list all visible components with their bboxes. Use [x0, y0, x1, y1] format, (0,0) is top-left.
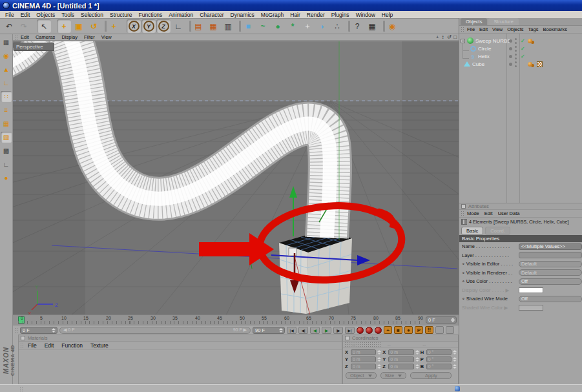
editor-visibility-dot[interactable]	[509, 63, 512, 66]
menu-mograph[interactable]: MoGraph	[258, 12, 287, 18]
points-mode-icon[interactable]: ∷	[1, 91, 12, 102]
menu-plugins[interactable]: Plugins	[328, 12, 353, 18]
rotate-tool-icon[interactable]: ↺	[87, 19, 101, 33]
materials-content[interactable]	[19, 350, 342, 383]
layer-field[interactable]	[519, 252, 582, 258]
key-parameter-icon[interactable]: P	[415, 326, 423, 334]
tab-structure[interactable]: Structure	[488, 18, 518, 25]
toggle-view-icon[interactable]: □	[453, 34, 457, 40]
enable-check-icon[interactable]: ✓	[521, 38, 525, 44]
pan-view-icon[interactable]: +	[436, 34, 439, 40]
scale-tool-icon[interactable]: ▣	[72, 19, 86, 33]
mat-menu-function[interactable]: Function	[61, 342, 83, 349]
visible-in-editor-dropdown[interactable]: Default	[519, 261, 582, 267]
texture-tag-icon[interactable]	[537, 61, 543, 67]
zoom-view-icon[interactable]: ↕	[441, 34, 444, 40]
object-name[interactable]: Sweep NURBS	[475, 38, 511, 44]
next-frame-button[interactable]: |▶	[333, 327, 343, 334]
mat-menu-texture[interactable]: Texture	[90, 342, 109, 349]
rotation-b-field[interactable]: B0 °	[421, 364, 456, 369]
materials-title-bar[interactable]: Materials	[19, 335, 342, 342]
om-menu-edit[interactable]: Edit	[479, 26, 488, 32]
play-forward-button[interactable]: ▶	[322, 327, 331, 334]
previous-frame-button[interactable]: ◀|	[298, 327, 308, 334]
panel-window-icon[interactable]	[461, 204, 466, 209]
rotation-h-field[interactable]: H0 °	[421, 349, 456, 355]
plugin-icon[interactable]	[455, 386, 460, 391]
help-icon[interactable]: ?	[350, 19, 364, 33]
render-visibility-dots[interactable]	[515, 54, 517, 59]
add-spline-icon[interactable]: ~	[256, 19, 270, 33]
add-primitive-icon[interactable]: ■	[241, 19, 255, 33]
position-x-field[interactable]: X0 m	[345, 349, 380, 355]
tree-row-sweep-nurbs[interactable]: Sweep NURBS ✓	[459, 37, 582, 45]
net-render-icon[interactable]: ◉	[385, 19, 399, 33]
viewport-canvas[interactable]: Perspective	[13, 41, 459, 315]
model-mode-icon[interactable]: ▲	[1, 64, 12, 75]
menu-selection[interactable]: Selection	[78, 12, 107, 18]
render-visibility-dots[interactable]	[515, 61, 517, 67]
size-y-field[interactable]: Y0 m	[382, 356, 418, 362]
name-field[interactable]: <<Multiple Values>>	[519, 243, 582, 250]
menu-edit[interactable]: Edit	[17, 12, 34, 18]
add-particles-icon[interactable]: ∴	[330, 19, 344, 33]
live-selection-icon[interactable]: ↖	[37, 19, 51, 33]
stepper-icon[interactable]	[377, 357, 380, 362]
vp-menu-display[interactable]: Display	[61, 34, 78, 40]
vp-menu-edit[interactable]: Edit	[21, 34, 29, 40]
panel-window-icon[interactable]	[345, 336, 349, 340]
field-value[interactable]: 0 m	[388, 364, 413, 369]
stepper-icon[interactable]	[453, 350, 456, 355]
stepper-icon[interactable]	[415, 357, 419, 362]
smoothing-tag-icon[interactable]	[528, 39, 532, 43]
field-value[interactable]: 0 m	[351, 364, 376, 369]
key-scale-icon[interactable]: ■	[394, 326, 402, 334]
menu-render[interactable]: Render	[304, 12, 328, 18]
stepper-icon[interactable]	[415, 350, 419, 355]
editor-visibility-dot[interactable]	[509, 39, 512, 43]
panel-grip[interactable]	[344, 342, 382, 347]
panel-grip[interactable]	[14, 327, 18, 333]
stepper-icon[interactable]	[52, 328, 55, 333]
menu-tools[interactable]: Tools	[58, 12, 78, 18]
key-pla-icon[interactable]: ⠿	[425, 326, 433, 334]
menu-animation[interactable]: Animation	[165, 12, 196, 18]
animation-mode-icon[interactable]: ∟	[1, 159, 12, 170]
mat-menu-edit[interactable]: Edit	[45, 342, 54, 349]
attr-menu-edit[interactable]: Edit	[484, 211, 493, 216]
go-to-start-button[interactable]: |◀	[287, 327, 296, 334]
om-menu-file[interactable]: File	[467, 26, 475, 32]
om-menu-bookmarks[interactable]: Bookmarks	[543, 26, 567, 32]
panel-grip[interactable]	[461, 211, 464, 216]
redo-icon[interactable]: ↷	[17, 19, 31, 33]
editor-visibility-dot[interactable]	[509, 47, 512, 50]
coordinate-system-icon[interactable]: ∟	[171, 19, 185, 33]
undo-icon[interactable]: ↶	[2, 19, 16, 33]
tab-objects[interactable]: Objects	[461, 18, 487, 25]
rotation-p-field[interactable]: P0 °	[421, 356, 456, 362]
move-tool-icon[interactable]: +	[57, 19, 71, 33]
coordinates-title-bar[interactable]: Coordinates	[343, 335, 458, 342]
panel-grip[interactable]	[20, 343, 24, 349]
apply-button[interactable]: Apply	[410, 372, 452, 379]
keyframe-selection-icon[interactable]	[446, 326, 454, 334]
field-value[interactable]: 0 m	[388, 349, 413, 355]
om-menu-tags[interactable]: Tags	[528, 26, 539, 32]
object-name[interactable]: Helix	[478, 54, 490, 59]
mat-menu-file[interactable]: File	[28, 342, 37, 349]
play-backward-button[interactable]: ◀	[310, 327, 320, 334]
om-menu-objects[interactable]: Objects	[507, 26, 523, 32]
position-z-field[interactable]: Z0 m	[345, 364, 380, 369]
render-settings-icon[interactable]: ▥	[221, 19, 235, 33]
layout-icon[interactable]: ▦	[365, 19, 379, 33]
object-name[interactable]: Cube	[472, 61, 484, 67]
tree-row-helix[interactable]: § Helix ✓	[459, 52, 582, 60]
menu-file[interactable]: File	[2, 12, 17, 18]
key-position-icon[interactable]: +	[384, 326, 392, 334]
editor-visibility-dot[interactable]	[509, 55, 512, 58]
expander-icon[interactable]	[461, 39, 465, 43]
enable-check-icon[interactable]: ✓	[521, 54, 525, 59]
render-view-icon[interactable]: ▤	[191, 19, 205, 33]
stepper-icon[interactable]	[453, 357, 456, 362]
field-value[interactable]: 0 m	[351, 349, 376, 355]
